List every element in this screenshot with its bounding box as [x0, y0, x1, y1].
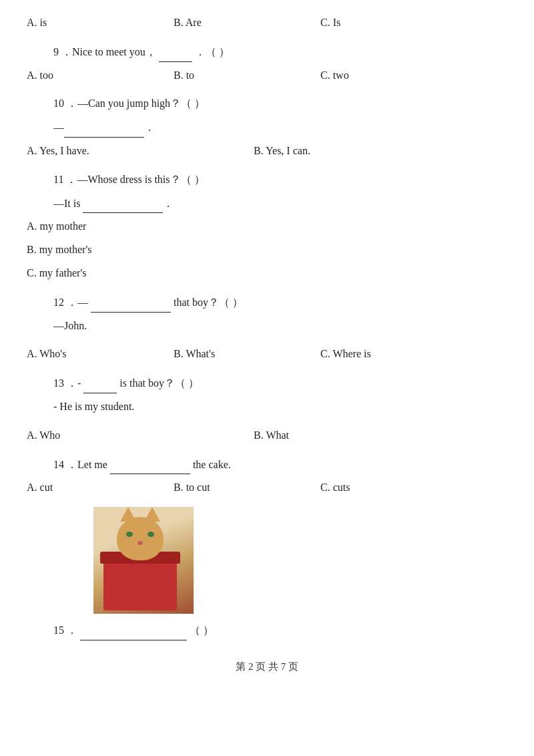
q10-number: 10 ．—Can you jump high？（ ） [53, 98, 205, 109]
cat-ear-left [120, 507, 136, 522]
q12-blank [91, 293, 171, 313]
q11-option-c: C. my father's [27, 264, 507, 283]
page-footer: 第 2 页 共 7 页 [27, 660, 507, 673]
q11-sub-text: —It is [53, 198, 83, 209]
q12-sub-text: —John. [53, 320, 87, 331]
q13-number: 13 ．- [53, 377, 81, 389]
q12-option-a: A. Who's [27, 345, 174, 364]
q9-option-a: A. too [27, 66, 174, 85]
q13-option-b: B. What [254, 426, 400, 445]
q13-option-a: A. Who [27, 426, 254, 445]
q10-option-b: B. Yes, I can. [254, 142, 400, 161]
q13-sub-text: - He is my student. [53, 401, 134, 412]
cat-nose [138, 541, 143, 545]
q14-option-b: B. to cut [174, 478, 320, 498]
q11-blank [83, 194, 163, 214]
page-footer-text: 第 2 页 共 7 页 [236, 661, 298, 672]
q12-sub: —John. [27, 317, 507, 336]
q9-blank [159, 42, 192, 62]
q13-text2: is that boy？（ ） [119, 377, 199, 389]
q8-option-c: C. Is [320, 13, 467, 33]
q14-blank [110, 455, 190, 475]
q9-options-row: A. too B. to C. two [27, 66, 507, 85]
q13-blank [83, 373, 117, 393]
q12-number: 12 ．— [53, 297, 88, 308]
q11-option-a: A. my mother [27, 217, 507, 236]
q15-text: 15 ． （ ） [27, 620, 507, 640]
q13-text: 13 ．- is that boy？（ ） [27, 373, 507, 393]
q10-text: 10 ．—Can you jump high？（ ） [27, 94, 507, 114]
q8-options-row: A. is B. Are C. Is [27, 13, 507, 33]
q12-options-row: A. Who's B. What's C. Where is [27, 345, 507, 364]
q8-option-b: B. Are [174, 13, 320, 33]
q12-option-b: B. What's [174, 345, 320, 364]
q13-sub: - He is my student. [27, 397, 507, 417]
q14-number: 14 ．Let me [53, 459, 110, 470]
q9-option-b: B. to [174, 66, 320, 85]
q8-option-a: A. is [27, 13, 174, 33]
cat-image-inner [93, 507, 194, 614]
q10-options-row: A. Yes, I have. B. Yes, I can. [27, 142, 507, 161]
q14-options-row: A. cut B. to cut C. cuts [27, 478, 507, 498]
q13-options-row: A. Who B. What [27, 426, 507, 445]
q15-blank [80, 620, 187, 640]
q9-number: 9 ．Nice to meet you， [53, 46, 156, 57]
q11-text: 11 ．—Whose dress is this？（ ） [27, 170, 507, 190]
q12-option-c: C. Where is [320, 345, 467, 364]
q11-option-b: B. my mother's [27, 240, 507, 260]
q9-bracket: ．（ ） [195, 46, 230, 57]
q10-sub: — ． [27, 118, 507, 138]
q14-option-c: C. cuts [320, 478, 467, 498]
cat-head [117, 517, 164, 560]
q10-dash: — [53, 122, 64, 133]
q9-option-c: C. two [320, 66, 467, 85]
cat-eye-left [126, 532, 133, 537]
q14-option-a: A. cut [27, 478, 174, 498]
q10-option-a: A. Yes, I have. [27, 142, 254, 161]
q11-sub: —It is ． [27, 194, 507, 214]
cat-body-red [103, 560, 177, 610]
q14-text: 14 ．Let me the cake. [27, 455, 507, 475]
q14-text2: the cake. [193, 459, 231, 470]
q15-number: 15 ． [53, 624, 77, 636]
q10-blank [64, 118, 144, 138]
cat-eye-right [148, 532, 154, 537]
q15-bracket: （ ） [190, 624, 214, 636]
q12-text: 12 ．— that boy？（ ） [27, 293, 507, 313]
q11-number: 11 ．—Whose dress is this？（ ） [53, 174, 205, 185]
q9-text: 9 ．Nice to meet you， ．（ ） [27, 42, 507, 62]
q12-text2: that boy？（ ） [174, 297, 243, 308]
cat-image [93, 507, 194, 614]
cat-ear-right [144, 507, 160, 522]
